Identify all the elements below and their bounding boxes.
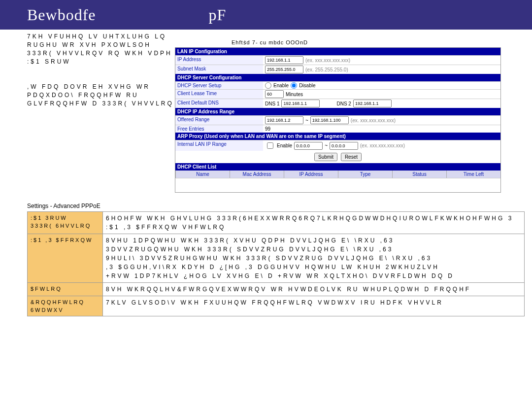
subnet-mask-label: Subnet Mask bbox=[175, 65, 263, 74]
ip-address-input[interactable] bbox=[265, 56, 303, 64]
offered-example: (ex. xxx.xxx.xxx.xxx) bbox=[351, 118, 396, 123]
section-header: ARP Proxy (Used only when LAN and WAN ar… bbox=[175, 133, 500, 140]
arp-from-input[interactable] bbox=[294, 142, 323, 150]
col-header: Name bbox=[175, 171, 230, 178]
arp-to-input[interactable] bbox=[330, 142, 358, 150]
free-entries-value: 99 bbox=[263, 125, 500, 133]
settings-row-label: :$1 ,3 $FFRXQW bbox=[28, 234, 103, 283]
col-header: Mac Address bbox=[230, 171, 284, 178]
dns2-label: DNS 2 bbox=[336, 101, 351, 106]
top-bar: Bewbodfe pF bbox=[0, 0, 532, 30]
section-header: DHCP Server Configuration bbox=[175, 74, 500, 81]
minutes-text: Minutes bbox=[286, 92, 303, 97]
ip-address-label: IP Address bbox=[175, 56, 263, 65]
blank-row bbox=[175, 178, 500, 192]
dns1-label: DNS 1 bbox=[265, 101, 279, 106]
section-header: DHCP Client List bbox=[175, 163, 500, 171]
section-header: DHCP IP Address Range bbox=[175, 108, 500, 115]
settings-row-label: :$1 3RUW333R( 6HVVLRQ bbox=[28, 212, 103, 234]
col-header: Type bbox=[338, 171, 392, 178]
col-header: Time Left bbox=[446, 171, 500, 178]
free-entries-label: Free Entries bbox=[175, 125, 263, 133]
title-right: pF bbox=[209, 0, 227, 30]
arp-enable-checkbox[interactable] bbox=[267, 142, 273, 149]
lease-input[interactable] bbox=[265, 90, 284, 98]
settings-row-label: &RQQHFWLRQ 6WDWXV bbox=[28, 296, 103, 316]
client-list-header: NameMac AddressIP AddressTypeStatusTime … bbox=[175, 171, 500, 178]
subnet-mask-input[interactable] bbox=[265, 66, 303, 73]
settings-row-desc: 8VH WKRQQLHV&FWRGQVEXWWRQV WR HVWDEOLVK … bbox=[103, 283, 525, 296]
offered-label: Offered Range bbox=[175, 116, 263, 125]
settings-row-label: $FWLRQ bbox=[28, 283, 103, 296]
section-header: LAN IP Configuration bbox=[175, 48, 500, 55]
enable-radio[interactable] bbox=[265, 82, 271, 89]
ip-example: (ex. xxx.xxx.xxx.xxx) bbox=[305, 58, 350, 63]
dns-label: Client Default DNS bbox=[175, 99, 263, 108]
settings-table: :$1 3RUW333R( 6HVVLRQ6HOHFW WKH GHVLUHG … bbox=[27, 211, 525, 316]
arp-enable-text: Enable bbox=[277, 143, 292, 148]
arp-label: Internal LAN IP Range bbox=[175, 140, 263, 151]
offered-from-input[interactable] bbox=[265, 116, 303, 124]
left-paragraph: 7KH VFUHHQ LV UHTXLUHG LQ RUGHU WR XVH P… bbox=[27, 33, 175, 108]
dhcp-setup-label: DHCP Server Setup bbox=[175, 82, 263, 89]
dns2-input[interactable] bbox=[353, 100, 392, 107]
title-left: Bewbodfe bbox=[27, 6, 96, 24]
settings-row-desc: 7KLV GLVSOD\V WKH FXUUHQW FRQQHFWLRQ VWD… bbox=[103, 296, 525, 316]
settings-title: Settings - Advanced PPPoE bbox=[27, 203, 512, 209]
submit-button[interactable]: Submit bbox=[314, 153, 337, 161]
mask-example: (ex. 255.255.255.0) bbox=[305, 67, 348, 72]
settings-row-desc: 6HOHFW WKH GHVLUHG 333R(6HEXXWRRQ6RQ7LKR… bbox=[103, 212, 525, 234]
lease-label: Client Lease Time bbox=[175, 90, 263, 99]
col-header: Status bbox=[392, 171, 446, 178]
arp-example: (ex. xxx.xxx.xxx.xxx) bbox=[360, 143, 405, 148]
settings-row-desc: 8VHU 1DPQWHU WKH 333R( XVHU QDPH DVVLJQH… bbox=[103, 234, 525, 283]
reset-button[interactable]: Reset bbox=[341, 153, 362, 161]
col-header: IP Address bbox=[284, 171, 338, 178]
disable-text: Disable bbox=[299, 83, 315, 88]
disable-radio[interactable] bbox=[291, 82, 297, 89]
offered-to-input[interactable] bbox=[310, 116, 349, 124]
dns1-input[interactable] bbox=[281, 100, 320, 107]
enable-text: Enable bbox=[273, 83, 289, 88]
config-screenshot: LAN IP Configuration IP Address (ex. xxx… bbox=[175, 47, 501, 193]
